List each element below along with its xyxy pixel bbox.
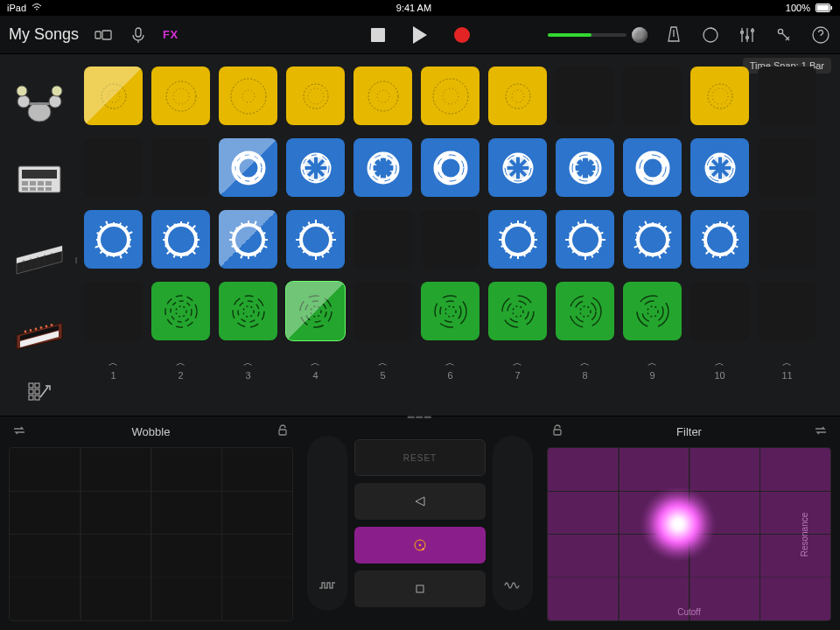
cell-sampler-6[interactable] [421, 138, 480, 197]
cell-sampler-4[interactable] [286, 138, 345, 197]
column-trigger-5[interactable]: ︿5 [354, 354, 412, 383]
svg-point-45 [102, 84, 126, 108]
cell-synth-7[interactable] [488, 282, 547, 340]
track-synth-icon[interactable] [0, 297, 79, 365]
master-volume-slider[interactable] [548, 27, 648, 43]
cell-keys-11[interactable] [758, 210, 816, 269]
column-trigger-11[interactable]: ︿11 [758, 354, 816, 383]
cell-synth-2[interactable] [151, 282, 210, 340]
svg-line-180 [569, 233, 571, 234]
cell-synth-4[interactable] [286, 282, 345, 340]
track-keys-icon[interactable] [0, 221, 79, 290]
track-drums-icon[interactable] [0, 70, 79, 138]
play-button[interactable] [410, 24, 430, 46]
cell-synth-10[interactable] [690, 282, 749, 340]
svg-rect-27 [46, 187, 52, 191]
stop-fx-button[interactable] [354, 570, 486, 607]
cell-sampler-5[interactable] [354, 138, 412, 197]
svg-line-173 [596, 250, 598, 253]
cell-drums-4[interactable] [286, 66, 345, 125]
column-trigger-6[interactable]: ︿6 [421, 354, 480, 383]
svg-point-36 [40, 326, 43, 329]
svg-line-150 [321, 223, 322, 226]
metronome-icon[interactable] [663, 24, 684, 46]
column-trigger-8[interactable]: ︿8 [556, 354, 614, 383]
cell-keys-6[interactable] [421, 210, 480, 269]
cell-keys-4[interactable] [286, 210, 345, 269]
cell-sampler-7[interactable] [488, 138, 547, 197]
cell-drums-2[interactable] [151, 66, 210, 125]
cell-drums-1[interactable] [84, 66, 143, 125]
cell-keys-10[interactable] [690, 210, 749, 269]
cell-synth-9[interactable] [623, 282, 682, 340]
cell-synth-6[interactable] [421, 282, 480, 340]
my-songs-button[interactable]: My Songs [9, 25, 79, 44]
gate-pad-left[interactable] [307, 436, 347, 611]
svg-line-110 [164, 245, 167, 246]
settings-icon[interactable] [774, 24, 794, 46]
mixer-icon[interactable] [737, 24, 758, 46]
cell-synth-5[interactable] [354, 282, 412, 340]
gate-pad-right[interactable] [493, 436, 533, 611]
cell-drums-5[interactable] [354, 66, 412, 125]
cell-sampler-1[interactable] [84, 138, 143, 197]
column-trigger-2[interactable]: ︿2 [151, 354, 210, 383]
reset-button[interactable]: RESET [354, 439, 486, 476]
browser-icon[interactable] [93, 24, 114, 46]
cell-drums-3[interactable] [219, 66, 277, 125]
cell-drums-8[interactable] [556, 66, 614, 125]
svg-point-56 [443, 88, 458, 104]
svg-point-48 [173, 88, 189, 104]
column-trigger-10[interactable]: ︿10 [690, 354, 749, 383]
swap-left-icon[interactable] [12, 424, 26, 440]
swap-right-icon[interactable] [814, 424, 828, 440]
cell-keys-1[interactable] [84, 210, 143, 269]
xy-left-surface[interactable] [9, 447, 293, 621]
svg-point-136 [301, 225, 331, 255]
stop-button[interactable] [368, 24, 388, 46]
cell-keys-7[interactable] [488, 210, 547, 269]
panel-grabber[interactable]: ▬▬▬ [407, 412, 433, 416]
wifi-icon [32, 3, 42, 13]
cell-drums-9[interactable] [623, 66, 682, 125]
scratch-button[interactable] [354, 527, 486, 564]
svg-point-170 [570, 225, 600, 255]
cell-drums-10[interactable] [690, 66, 749, 125]
column-trigger-9[interactable]: ︿9 [623, 354, 682, 383]
cell-sampler-10[interactable] [690, 138, 749, 197]
cell-keys-5[interactable] [354, 210, 412, 269]
microphone-icon[interactable] [128, 24, 149, 46]
chevron-up-icon: ︿ [580, 356, 590, 369]
lock-left-icon[interactable] [276, 424, 290, 440]
record-button[interactable] [452, 24, 472, 46]
cell-drums-7[interactable] [488, 66, 547, 125]
xy-right-surface[interactable]: Cutoff Resonance [547, 447, 831, 621]
loop-icon[interactable] [700, 24, 721, 46]
track-sampler-icon[interactable] [0, 145, 79, 214]
fx-cell-icon[interactable] [0, 372, 79, 416]
cell-keys-3[interactable] [219, 210, 277, 269]
cell-sampler-9[interactable] [623, 138, 682, 197]
help-icon[interactable] [810, 24, 831, 46]
cell-synth-8[interactable] [556, 282, 614, 340]
cell-synth-1[interactable] [84, 282, 143, 340]
cell-keys-2[interactable] [151, 210, 210, 269]
cell-keys-8[interactable] [556, 210, 614, 269]
cell-drums-11[interactable] [758, 66, 816, 125]
fx-button[interactable]: FX [163, 28, 178, 41]
column-trigger-4[interactable]: ︿4 [286, 354, 345, 383]
cell-keys-9[interactable] [623, 210, 682, 269]
cell-sampler-8[interactable] [556, 138, 614, 197]
column-trigger-1[interactable]: ︿1 [84, 354, 143, 383]
cell-sampler-3[interactable] [219, 138, 277, 197]
cell-sampler-11[interactable] [758, 138, 816, 197]
svg-line-142 [309, 253, 310, 256]
column-trigger-7[interactable]: ︿7 [488, 354, 547, 383]
reverse-button[interactable] [354, 483, 486, 520]
cell-synth-3[interactable] [219, 282, 277, 340]
column-trigger-3[interactable]: ︿3 [219, 354, 277, 383]
cell-synth-11[interactable] [758, 282, 816, 340]
cell-drums-6[interactable] [421, 66, 480, 125]
cell-sampler-2[interactable] [151, 138, 210, 197]
lock-right-icon[interactable] [550, 424, 564, 440]
